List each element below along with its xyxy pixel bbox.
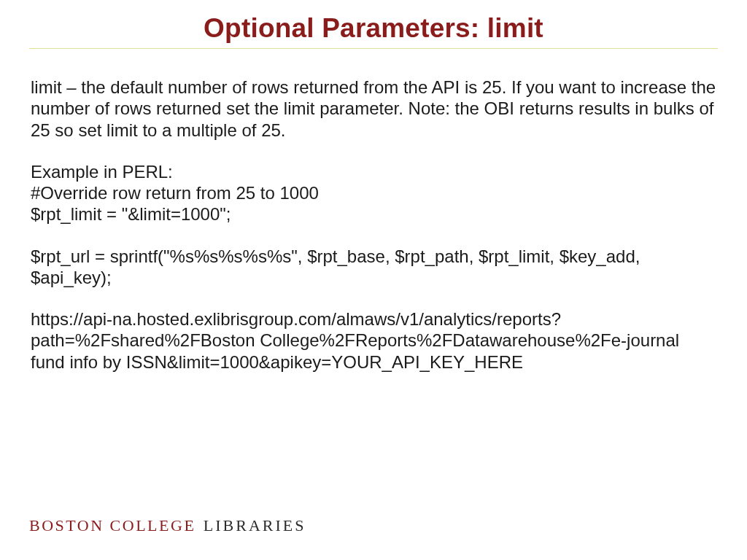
slide-body: limit – the default number of rows retur…: [29, 77, 718, 373]
footer-bc: BOSTON COLLEGE: [29, 516, 196, 534]
footer-libraries: LIBRARIES: [204, 516, 306, 534]
code-assign: $rpt_limit = "&limit=1000";: [31, 203, 716, 225]
code-sprintf: $rpt_url = sprintf("%s%s%s%s%s", $rpt_ba…: [31, 246, 716, 289]
slide: Optional Parameters: limit limit – the d…: [0, 0, 747, 560]
example-url: https://api-na.hosted.exlibrisgroup.com/…: [31, 308, 716, 373]
code-comment: #Override row return from 25 to 1000: [31, 182, 716, 203]
example-label: Example in PERL:: [31, 161, 716, 182]
intro-paragraph: limit – the default number of rows retur…: [31, 77, 716, 141]
footer-logo: BOSTON COLLEGE LIBRARIES: [29, 516, 306, 535]
slide-title: Optional Parameters: limit: [29, 13, 718, 48]
title-divider: [29, 48, 718, 49]
